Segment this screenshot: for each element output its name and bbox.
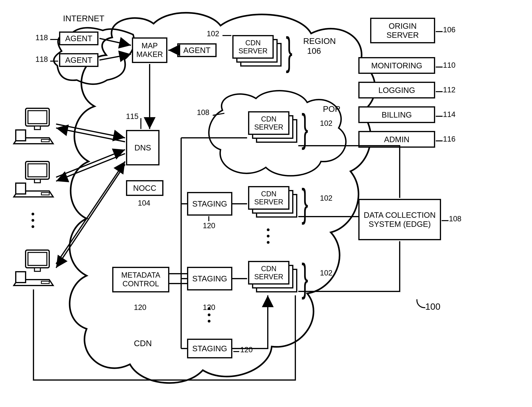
computer-2-icon: [12, 159, 55, 199]
svg-line-25: [56, 164, 125, 268]
billing-box: BILLING: [358, 106, 435, 123]
dots-staging: [208, 307, 211, 322]
staging-3-box: STAGING: [187, 339, 232, 358]
ref-106-region: 106: [307, 46, 321, 56]
agent-3-box: AGENT: [177, 43, 217, 57]
ref-102-pop: 102: [320, 119, 332, 128]
svg-rect-4: [41, 139, 49, 142]
origin-server-box: ORIGIN SERVER: [370, 18, 435, 43]
svg-rect-9: [41, 193, 49, 195]
svg-line-21: [56, 128, 125, 142]
cdn-server-pop-box: CDN SERVER: [248, 111, 289, 135]
ref-118a: 118: [35, 33, 48, 42]
svg-line-17: [99, 54, 131, 60]
ref-108-dcs: 108: [449, 215, 461, 223]
ref-112: 112: [443, 86, 455, 94]
svg-line-24: [56, 161, 125, 264]
brace-region: }: [286, 29, 292, 74]
svg-rect-13: [34, 268, 40, 271]
logging-box: LOGGING: [358, 82, 435, 98]
brace-3: }: [302, 255, 308, 300]
svg-line-23: [56, 154, 125, 181]
svg-rect-7: [28, 164, 47, 177]
internet-label: INTERNET: [63, 14, 104, 23]
svg-rect-5: [16, 130, 26, 141]
agent-1-box: AGENT: [59, 31, 98, 45]
agent-2-box: AGENT: [59, 53, 98, 67]
svg-rect-15: [16, 272, 26, 282]
ref-110: 110: [443, 61, 455, 70]
ref-120c: 120: [240, 345, 253, 354]
cdn-label: CDN: [134, 339, 152, 348]
ref-100: 100: [425, 301, 440, 312]
ref-118b: 118: [35, 55, 48, 64]
admin-box: ADMIN: [358, 131, 435, 148]
computer-3-icon: [12, 248, 55, 288]
metadata-control-box: METADATA CONTROL: [112, 267, 169, 292]
ref-116: 116: [443, 135, 455, 143]
svg-rect-1: [28, 111, 47, 124]
staging-1-box: STAGING: [187, 192, 232, 216]
ref-120a: 120: [203, 221, 215, 230]
map-maker-box: MAP MAKER: [132, 37, 167, 63]
monitoring-box: MONITORING: [358, 57, 435, 74]
ref-115: 115: [126, 112, 138, 121]
svg-rect-14: [41, 281, 49, 283]
ref-102-2: 102: [320, 194, 332, 203]
region-label: REGION: [303, 36, 336, 46]
brace-2: }: [302, 180, 308, 226]
cdn-server-2-box: CDN SERVER: [248, 186, 289, 210]
svg-rect-12: [28, 252, 47, 266]
cdn-server-3-box: CDN SERVER: [248, 261, 289, 284]
computer-1-icon: [12, 106, 55, 146]
ref-120-meta: 120: [134, 303, 146, 312]
svg-line-16: [99, 38, 131, 45]
svg-rect-2: [34, 126, 40, 130]
dns-box: DNS: [126, 130, 159, 165]
nocc-box: NOCC: [126, 180, 164, 196]
ref-106-origin: 106: [443, 26, 455, 34]
ref-108-pop: 108: [197, 108, 209, 117]
ref-104: 104: [138, 199, 150, 207]
dots-servers: [267, 228, 270, 244]
svg-rect-8: [34, 179, 40, 183]
staging-2-box: STAGING: [187, 267, 232, 290]
svg-line-20: [56, 124, 125, 138]
ref-114: 114: [443, 110, 455, 119]
data-collection-box: DATA COLLECTION SYSTEM (EDGE): [358, 199, 441, 240]
pop-label: POP: [323, 104, 340, 114]
brace-pop: }: [302, 105, 308, 151]
svg-rect-10: [16, 183, 26, 194]
diagram-stage: INTERNET AGENT AGENT 118 118 MAP MAKER A…: [0, 0, 532, 407]
ref-102-top: 102: [207, 30, 219, 38]
ref-102-3: 102: [320, 269, 332, 277]
cdn-server-region-box: CDN SERVER: [232, 35, 274, 59]
dots-computers: [31, 213, 34, 228]
svg-line-22: [56, 150, 125, 177]
